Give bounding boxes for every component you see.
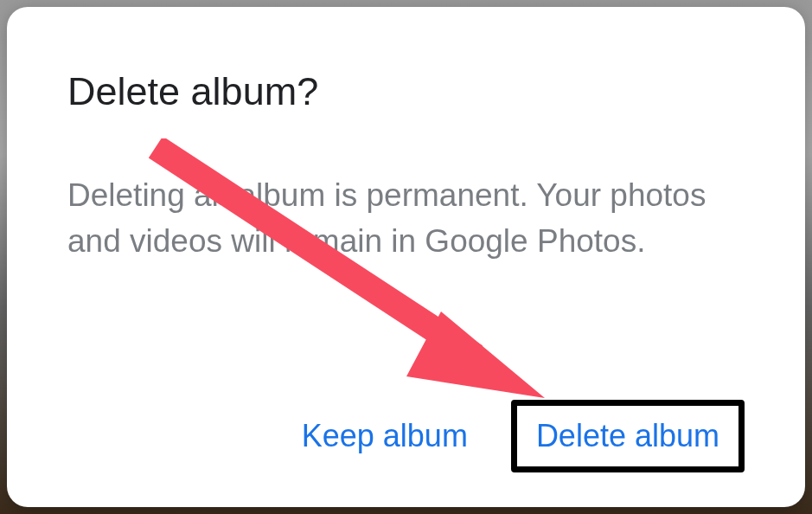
dialog-actions: Keep album Delete album [67,400,745,472]
dialog-title: Delete album? [67,69,745,114]
delete-album-button[interactable]: Delete album [511,400,745,472]
delete-album-dialog: Delete album? Deleting an album is perma… [7,7,805,507]
keep-album-button[interactable]: Keep album [283,406,487,466]
dialog-body-text: Deleting an album is permanent. Your pho… [67,173,745,379]
